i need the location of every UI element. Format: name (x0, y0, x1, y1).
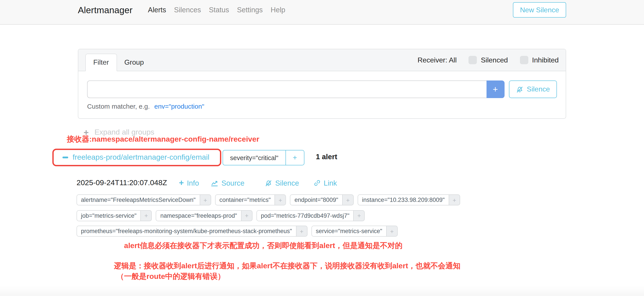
nav-status[interactable]: Status (205, 6, 233, 14)
label-tag-text: service="metrics-service" (312, 226, 387, 236)
label-add-filter-button[interactable]: + (242, 210, 252, 221)
label-add-filter-button[interactable]: + (200, 194, 211, 206)
source-action[interactable]: Source (211, 179, 244, 187)
source-action-label: Source (222, 179, 244, 187)
main-nav: Alerts Silences Status Settings Help (144, 6, 290, 14)
alertmanager-page: Alertmanager Alerts Silences Status Sett… (0, 0, 644, 296)
annotation-receiver-note: 接收器:namespace/altermanager-config-name/r… (67, 134, 259, 144)
info-action[interactable]: + Info (179, 179, 199, 187)
tab-group[interactable]: Group (117, 54, 151, 71)
label-tag-text: pod="metrics-77d9cdb497-wdsj7" (256, 210, 354, 221)
annotation-line-2: 逻辑是：接收器收到alert后进行通知，如果alert不在接收器下，说明接收器没… (114, 261, 460, 271)
label-add-filter-button[interactable]: + (275, 194, 286, 206)
annotation-highlight-box: freeleaps-prod/alertmanager-config/email (52, 149, 221, 166)
label-row-2: job="metrics-service" + namespace="freel… (76, 210, 365, 221)
label-add-filter-button[interactable]: + (296, 226, 307, 236)
label-tag: instance="10.233.98.209:8009" + (358, 194, 460, 206)
alert-timestamp: 2025-09-24T11:20:07.048Z (76, 178, 167, 187)
link-icon (314, 180, 321, 186)
nav-help[interactable]: Help (267, 6, 290, 14)
silence-button[interactable]: Silence (509, 80, 557, 98)
receiver-filter[interactable]: Receiver: All (418, 56, 456, 64)
label-tag: prometheus="freeleaps-monitoring-system/… (76, 226, 308, 236)
main-content: Filter Group Receiver: All Silenced Inhi… (78, 25, 566, 296)
silenced-label[interactable]: Silenced (481, 56, 508, 64)
label-tag-text: alertname="FreeleapsMetricsServiceDown" (76, 194, 200, 206)
label-tag-text: instance="10.233.98.209:8009" (358, 194, 449, 206)
collapse-minus-icon (62, 157, 68, 158)
label-add-filter-button[interactable]: + (449, 194, 460, 206)
add-matcher-button[interactable]: + (486, 80, 504, 98)
plus-icon: + (179, 180, 184, 186)
label-tag: service="metrics-service" + (312, 226, 398, 236)
top-navbar: Alertmanager Alerts Silences Status Sett… (0, 0, 644, 25)
nav-silences[interactable]: Silences (170, 6, 205, 14)
silenced-checkbox[interactable] (468, 56, 477, 64)
filter-options: Receiver: All Silenced Inhibited (418, 56, 559, 64)
group-key-chip: severity="critical" + (222, 150, 304, 165)
label-add-filter-button[interactable]: + (343, 194, 354, 206)
inhibited-checkbox[interactable] (520, 56, 528, 64)
groups-area: + Expand all groups 接收器:namespace/alterm… (78, 119, 566, 296)
label-tag: endpoint="8009" + (290, 194, 354, 206)
receiver-group-toggle[interactable]: freeleaps-prod/alertmanager-config/email (54, 153, 210, 162)
bottom-shade (0, 286, 644, 296)
filter-tabs: Filter Group (85, 49, 151, 71)
chart-line-icon (211, 179, 218, 187)
silence-button-label: Silence (527, 85, 550, 93)
matcher-input[interactable] (87, 80, 486, 98)
new-silence-button[interactable]: New Silence (513, 2, 566, 18)
label-tag: pod="metrics-77d9cdb497-wdsj7" + (256, 210, 365, 221)
label-tag: namespace="freeleaps-prod" + (156, 210, 252, 221)
nav-alerts[interactable]: Alerts (144, 6, 170, 14)
app-brand[interactable]: Alertmanager (78, 4, 133, 15)
label-add-filter-button[interactable]: + (141, 210, 152, 221)
inhibited-label[interactable]: Inhibited (532, 56, 559, 64)
tab-filter[interactable]: Filter (85, 54, 117, 71)
group-key-label: severity="critical" (223, 150, 286, 165)
bell-slash-icon (264, 179, 272, 187)
receiver-group-name: freeleaps-prod/alertmanager-config/email (72, 153, 210, 162)
annotation-line-3: （一般是route中的逻辑有错误） (116, 271, 225, 282)
label-tag-text: endpoint="8009" (290, 194, 343, 206)
filter-card: Filter Group Receiver: All Silenced Inhi… (78, 49, 566, 119)
filter-card-header: Filter Group Receiver: All Silenced Inhi… (78, 49, 566, 71)
link-action-label: Link (324, 179, 337, 187)
label-tag: alertname="FreeleapsMetricsServiceDown" … (76, 194, 211, 206)
label-tag-text: job="metrics-service" (76, 210, 141, 221)
label-tag: job="metrics-service" + (76, 210, 152, 221)
label-tag-text: prometheus="freeleaps-monitoring-system/… (76, 226, 296, 236)
label-add-filter-button[interactable]: + (387, 226, 398, 236)
link-action[interactable]: Link (314, 179, 337, 187)
silence-action[interactable]: Silence (264, 179, 299, 187)
group-key-add-button[interactable]: + (286, 150, 304, 165)
alert-meta-row: 2025-09-24T11:20:07.048Z + Info Source (76, 177, 337, 189)
matcher-input-group: + (87, 80, 504, 98)
label-tag-text: container="metrics" (215, 194, 275, 206)
filter-card-body: + Silence Custom matcher, e.g. env="prod… (78, 71, 566, 118)
label-tag: container="metrics" + (215, 194, 286, 206)
label-tag-text: namespace="freeleaps-prod" (156, 210, 242, 221)
label-add-filter-button[interactable]: + (354, 210, 365, 221)
matcher-helper: Custom matcher, e.g. env="production" (87, 102, 557, 110)
bell-slash-icon (516, 86, 523, 93)
label-row-3: prometheus="freeleaps-monitoring-system/… (76, 226, 398, 236)
info-action-label: Info (187, 179, 199, 187)
alert-count: 1 alert (316, 152, 337, 161)
silence-action-label: Silence (275, 179, 299, 187)
matcher-example-link[interactable]: env="production" (154, 102, 204, 110)
label-row-1: alertname="FreeleapsMetricsServiceDown" … (76, 194, 460, 206)
nav-settings[interactable]: Settings (233, 6, 267, 14)
helper-text: Custom matcher, e.g. (87, 102, 150, 110)
annotation-line-1: alert信息必须在接收器下才表示配置成功，否则即使能看到alert，但是通知是… (124, 240, 402, 251)
